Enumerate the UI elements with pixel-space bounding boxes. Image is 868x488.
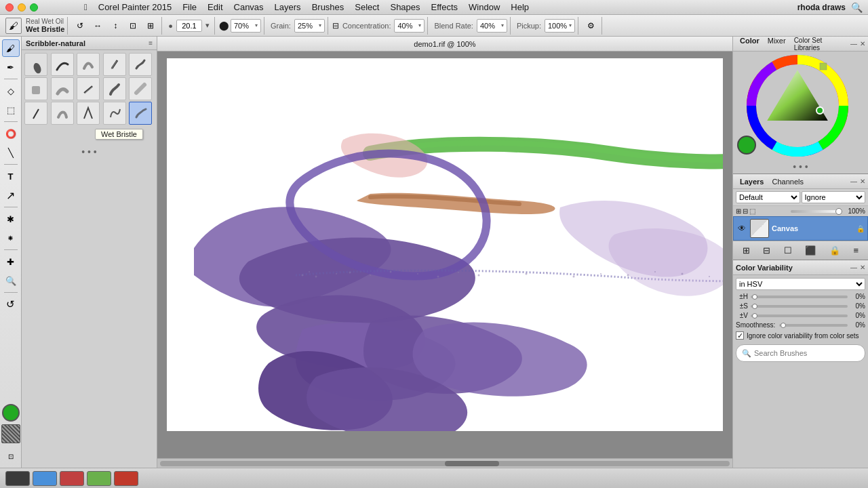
menu-window[interactable]: Window: [463, 0, 505, 15]
cv-panel-collapse[interactable]: —: [850, 264, 857, 271]
toggle-layer-btn[interactable]: ☐: [783, 244, 793, 257]
menu-canvas[interactable]: Canvas: [229, 0, 269, 15]
color-indicator[interactable]: [737, 136, 756, 155]
swatch-3[interactable]: [60, 471, 84, 486]
brush-item[interactable]: [103, 102, 126, 125]
brush-item[interactable]: [77, 77, 100, 100]
cv-ignore-checkbox[interactable]: ✓: [736, 331, 744, 340]
brush-item-selected[interactable]: [129, 102, 152, 125]
painting[interactable]: [167, 58, 723, 431]
swatch-1[interactable]: [5, 471, 30, 486]
cv-h-slider[interactable]: [751, 296, 848, 298]
color-more[interactable]: • • •: [733, 160, 868, 174]
color-wheel-container[interactable]: [733, 52, 862, 160]
ellipse-tool[interactable]: ⭕: [2, 125, 20, 142]
smear-tool[interactable]: ⁕: [2, 229, 20, 247]
menu-edit[interactable]: Edit: [202, 0, 228, 15]
composite-method-select[interactable]: Ignore: [802, 191, 866, 203]
opacity-dropdown[interactable]: 70% ▾: [231, 19, 261, 33]
layer-icon-3[interactable]: ⬚: [749, 207, 755, 215]
swatch-4[interactable]: [87, 471, 111, 486]
size-input[interactable]: 20.1: [176, 20, 202, 32]
flip-h-btn[interactable]: ↔: [90, 18, 106, 33]
cv-smoothness-slider[interactable]: [779, 324, 848, 327]
search-icon[interactable]: 🔍: [851, 2, 863, 13]
canvas-inner[interactable]: [167, 58, 723, 431]
brush-item[interactable]: [129, 77, 152, 100]
brush-item[interactable]: [51, 53, 74, 76]
crop-btn[interactable]: ⊡: [125, 18, 141, 33]
delete-layer-btn[interactable]: ⬛: [804, 244, 817, 257]
maximize-button[interactable]: [30, 3, 38, 12]
tab-channels[interactable]: Channels: [768, 176, 807, 187]
brush-item[interactable]: [103, 77, 126, 100]
cv-v-thumb[interactable]: [752, 313, 757, 319]
scatter-tool[interactable]: ✱: [2, 210, 20, 228]
resize-btn[interactable]: ⊞: [142, 18, 159, 33]
zoom-tool[interactable]: 🔍: [2, 272, 20, 289]
paint-brush-tool[interactable]: 🖌: [2, 39, 20, 57]
tab-mixer[interactable]: Mixer: [764, 35, 790, 53]
lock-layer-btn[interactable]: 🔒: [828, 244, 842, 257]
blend-rate-dropdown[interactable]: 40% ▾: [477, 19, 507, 33]
brush-panel-close[interactable]: ≡: [149, 39, 153, 47]
flip-v-btn[interactable]: ↕: [107, 18, 123, 33]
brush-more[interactable]: • • •: [22, 144, 157, 160]
lock-icon[interactable]: 🔒: [856, 225, 865, 232]
brush-item[interactable]: [103, 53, 126, 76]
cv-smoothness-thumb[interactable]: [781, 323, 786, 328]
selection-rect-tool[interactable]: ⬚: [2, 101, 20, 119]
canvas-scrollbar[interactable]: [157, 458, 732, 468]
cv-s-slider[interactable]: [751, 305, 848, 308]
tweak-btn[interactable]: ⚙: [583, 18, 599, 33]
cv-h-thumb[interactable]: [752, 294, 757, 300]
menu-help[interactable]: Help: [505, 0, 534, 15]
menu-effects[interactable]: Effects: [426, 0, 464, 15]
cv-v-slider[interactable]: [751, 314, 848, 317]
tab-layers[interactable]: Layers: [736, 176, 768, 187]
menu-select[interactable]: Select: [349, 0, 384, 15]
canvas-container[interactable]: [157, 52, 732, 458]
texture-swatch[interactable]: [1, 424, 20, 443]
scrollbar-thumb[interactable]: [445, 461, 499, 466]
menu-app[interactable]: Corel Painter 2015: [93, 0, 177, 15]
grain-dropdown[interactable]: 25% ▾: [294, 19, 325, 33]
eraser-tool[interactable]: ◇: [2, 82, 20, 100]
opacity-thumb[interactable]: [835, 208, 842, 215]
blend-mode-select[interactable]: Default: [736, 191, 800, 203]
tab-color[interactable]: Color: [736, 35, 764, 53]
menu-brushes[interactable]: Brushes: [307, 0, 350, 15]
scrollbar-track[interactable]: [160, 461, 730, 466]
layers-panel-close[interactable]: ✕: [860, 178, 865, 185]
menu-apple[interactable]: : [79, 0, 93, 15]
line-tool[interactable]: ╲: [2, 144, 20, 161]
rotate-canvas-btn[interactable]: ↺: [72, 18, 88, 33]
canvas-size-btn[interactable]: ⊡: [2, 447, 20, 465]
menu-layers[interactable]: Layers: [269, 0, 307, 15]
brush-item[interactable]: [51, 102, 74, 125]
brush-item[interactable]: [24, 102, 47, 125]
cv-panel-close[interactable]: ✕: [860, 264, 865, 271]
layer-options-btn[interactable]: ≡: [852, 244, 861, 257]
color-panel-close[interactable]: ✕: [860, 40, 865, 47]
minimize-button[interactable]: [18, 3, 26, 12]
brush-item[interactable]: [77, 53, 100, 76]
group-layer-btn[interactable]: ⊟: [762, 244, 772, 257]
color-wheel[interactable]: [747, 55, 848, 157]
new-layer-btn[interactable]: ⊞: [741, 244, 751, 257]
search-brushes-input[interactable]: [754, 349, 859, 357]
layer-row[interactable]: 👁 Canvas 🔒: [733, 216, 868, 241]
swatch-5[interactable]: [114, 471, 138, 486]
layer-icon-2[interactable]: ⊟: [743, 207, 748, 215]
tab-color-set[interactable]: Color Set Libraries: [790, 35, 849, 53]
brush-item[interactable]: [129, 53, 152, 76]
cv-s-thumb[interactable]: [752, 304, 757, 309]
airbrush-tool[interactable]: ✒: [2, 58, 20, 76]
layer-visibility[interactable]: 👁: [736, 223, 747, 234]
brush-item[interactable]: [51, 77, 74, 100]
concentration-dropdown[interactable]: 40% ▾: [394, 19, 425, 33]
menu-shapes[interactable]: Shapes: [384, 0, 425, 15]
menu-file[interactable]: File: [177, 0, 202, 15]
close-button[interactable]: [5, 3, 14, 12]
layers-panel-collapse[interactable]: —: [850, 178, 857, 185]
